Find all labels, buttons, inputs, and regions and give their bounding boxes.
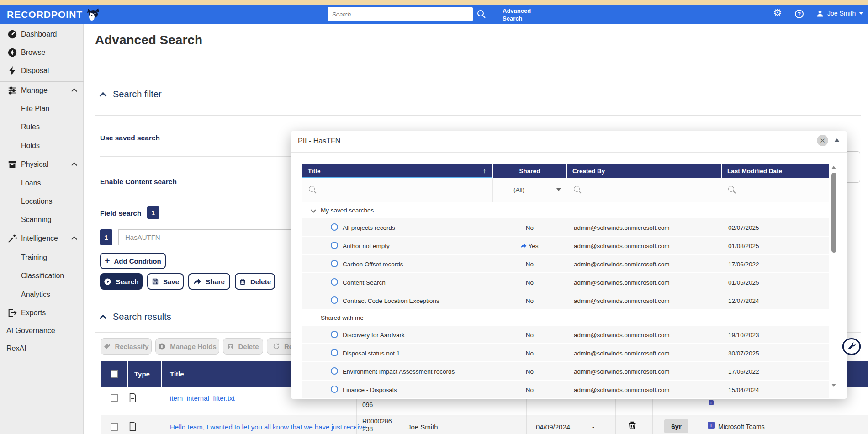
row-radio-button[interactable] bbox=[331, 260, 338, 267]
advanced-search-nav-link[interactable]: Advanced Search bbox=[503, 7, 531, 22]
sidebar-item-file-plan[interactable]: File Plan bbox=[0, 102, 84, 116]
assistant-wrench-button[interactable] bbox=[842, 338, 861, 355]
last-modified-filter-input[interactable] bbox=[725, 178, 829, 202]
group-expand-chevron-icon[interactable] bbox=[311, 207, 316, 212]
collapse-chevron-icon[interactable] bbox=[71, 236, 77, 242]
saved-search-row[interactable]: Environment Impact Assessment records No… bbox=[302, 362, 829, 381]
saved-search-row[interactable]: Disposal status not 1 No admin@solrwinds… bbox=[302, 344, 829, 362]
add-condition-label: Add Condition bbox=[114, 257, 161, 265]
collapse-chevron-icon[interactable] bbox=[71, 162, 77, 168]
user-menu[interactable]: Joe Smith bbox=[816, 9, 863, 18]
trash-icon[interactable] bbox=[628, 420, 637, 430]
saved-search-row[interactable]: Contract Code Location Exceptions No adm… bbox=[302, 291, 829, 310]
sidebar-item-rexai[interactable]: RexAI bbox=[0, 342, 84, 355]
saved-search-row[interactable]: Carbon Offset records No admin@solrwinds… bbox=[302, 255, 829, 273]
share-arrow-icon bbox=[194, 278, 201, 285]
table-row[interactable]: Hello team, I wanted to let you all know… bbox=[101, 415, 868, 434]
sidebar-item-disposal[interactable]: Disposal bbox=[0, 64, 84, 78]
sidebar-item-physical[interactable]: Physical bbox=[0, 158, 84, 171]
plus-icon: + bbox=[105, 255, 110, 265]
sidebar-item-loans[interactable]: Loans bbox=[0, 176, 84, 190]
group-row-my-saved-searches[interactable]: My saved searches bbox=[302, 202, 829, 218]
search-filter-section-header[interactable]: Search filter bbox=[101, 89, 162, 100]
row-radio-button[interactable] bbox=[331, 349, 338, 356]
row-checkbox[interactable] bbox=[111, 394, 118, 402]
grid-last-modified-column-header[interactable]: Last Modified Date bbox=[722, 164, 829, 178]
help-icon[interactable]: ? bbox=[795, 10, 804, 18]
delete-button[interactable]: Delete bbox=[235, 273, 275, 290]
type-column-header[interactable]: Type bbox=[134, 370, 150, 378]
delete-button-label: Delete bbox=[250, 278, 271, 286]
scrollbar-thumb[interactable] bbox=[831, 173, 836, 253]
app-root: RECORDPOINT Advanced Search ⚙ ? bbox=[0, 0, 868, 434]
saved-search-row[interactable]: Content Search No admin@solrwinds.onmicr… bbox=[302, 273, 829, 291]
add-condition-button[interactable]: + Add Condition bbox=[100, 253, 166, 269]
share-button[interactable]: Share bbox=[188, 273, 230, 290]
row-radio-button[interactable] bbox=[331, 386, 338, 393]
shared-filter-select[interactable]: (All) bbox=[498, 178, 571, 202]
collapse-chevron-icon[interactable] bbox=[71, 88, 77, 94]
save-button[interactable]: Save bbox=[147, 273, 184, 290]
created-by-value: admin@solrwinds.onmicrosoft.com bbox=[574, 386, 670, 393]
row-radio-button[interactable] bbox=[331, 296, 338, 304]
sidebar-item-manage[interactable]: Manage bbox=[0, 84, 84, 97]
row-radio-button[interactable] bbox=[331, 367, 338, 375]
sidebar-item-classification[interactable]: Classification bbox=[0, 269, 84, 283]
sidebar-item-analytics[interactable]: Analytics bbox=[0, 288, 84, 302]
sidebar-item-dashboard[interactable]: Dashboard bbox=[0, 27, 84, 41]
global-search-input[interactable] bbox=[328, 7, 473, 21]
sidebar-item-locations[interactable]: Locations bbox=[0, 195, 84, 208]
title-filter-input[interactable] bbox=[306, 178, 492, 202]
sidebar-item-training[interactable]: Training bbox=[0, 251, 84, 265]
scrollbar-down-arrow[interactable] bbox=[831, 384, 836, 387]
group-row-shared-with-me[interactable]: Shared with me bbox=[302, 310, 829, 326]
saved-search-row[interactable]: Finance - Disposals No admin@solrwinds.o… bbox=[302, 381, 829, 399]
sidebar-item-browse[interactable]: Browse bbox=[0, 46, 84, 59]
created-by-filter-input[interactable] bbox=[571, 178, 721, 202]
sidebar-item-ai-governance[interactable]: AI Governance bbox=[0, 324, 84, 338]
search-button[interactable]: Search bbox=[100, 273, 143, 290]
shared-value: No bbox=[493, 386, 566, 393]
clear-selection-button[interactable]: ✕ bbox=[817, 135, 828, 146]
search-results-section-header[interactable]: Search results bbox=[101, 312, 171, 322]
record-number: R0000286 238 bbox=[362, 418, 392, 433]
brand-name: RECORDPOINT bbox=[7, 9, 83, 20]
trash-icon bbox=[227, 343, 234, 350]
grid-created-by-column-header[interactable]: Created By bbox=[567, 164, 721, 178]
delete-results-button[interactable]: Delete bbox=[223, 338, 263, 355]
sidebar-item-exports[interactable]: Exports bbox=[0, 306, 84, 320]
saved-search-title: Environment Impact Assessment records bbox=[343, 368, 455, 375]
scrollbar-up-arrow[interactable] bbox=[831, 166, 836, 169]
settings-gear-icon[interactable]: ⚙ bbox=[773, 7, 782, 18]
condition-field-value: HasAUTFN bbox=[125, 233, 160, 241]
saved-search-row[interactable]: Discovery for Aardvark No admin@solrwind… bbox=[302, 326, 829, 344]
cell-separator bbox=[356, 415, 357, 434]
sidebar-item-holds[interactable]: Holds bbox=[0, 139, 84, 153]
row-radio-button[interactable] bbox=[331, 331, 338, 338]
saved-search-row[interactable]: Author not empty Yes admin@solrwinds.onm… bbox=[302, 237, 829, 255]
cell-separator bbox=[573, 415, 573, 434]
title-column-header[interactable]: Title bbox=[170, 370, 184, 378]
panel-header-divider bbox=[291, 152, 847, 153]
manage-holds-button[interactable]: Manage Holds bbox=[155, 338, 219, 355]
row-checkbox[interactable] bbox=[111, 423, 118, 431]
collapse-section-chevron-icon bbox=[100, 92, 107, 99]
source-label: Microsoft Teams bbox=[718, 423, 765, 430]
modified-date-value: 19/10/2023 bbox=[728, 332, 759, 339]
result-title-link[interactable]: Hello team, I wanted to let you all know… bbox=[170, 423, 372, 431]
brand-logo[interactable]: RECORDPOINT bbox=[7, 8, 100, 21]
collapse-dropdown-caret-icon[interactable] bbox=[834, 138, 840, 142]
grid-shared-column-header[interactable]: Shared bbox=[493, 164, 566, 178]
global-search-icon[interactable] bbox=[477, 10, 486, 19]
sidebar-item-intelligence[interactable]: Intelligence bbox=[0, 232, 84, 245]
row-radio-button[interactable] bbox=[331, 223, 338, 231]
row-radio-button[interactable] bbox=[331, 242, 338, 249]
sidebar-item-rules[interactable]: Rules bbox=[0, 120, 84, 134]
grid-title-column-header[interactable]: Title ↑ bbox=[302, 164, 492, 178]
result-title-link[interactable]: item_internal_filter.txt bbox=[170, 394, 235, 402]
sidebar-item-scanning[interactable]: Scanning bbox=[0, 213, 84, 227]
row-radio-button[interactable] bbox=[331, 278, 338, 286]
saved-search-row[interactable]: All projects records No admin@solrwinds.… bbox=[302, 218, 829, 237]
select-all-checkbox[interactable] bbox=[111, 370, 118, 378]
reclassify-button[interactable]: Reclassify bbox=[101, 338, 152, 355]
